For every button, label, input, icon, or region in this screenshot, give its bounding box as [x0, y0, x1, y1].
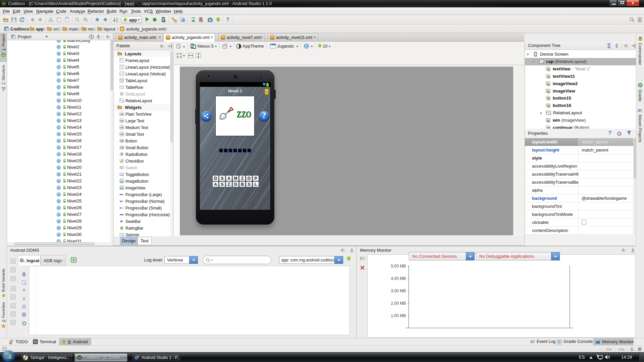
svg-text:Ab: Ab	[120, 119, 124, 122]
svg-text:C: C	[58, 139, 60, 143]
svg-text:C: C	[58, 113, 60, 116]
svg-text:C: C	[58, 193, 60, 196]
svg-text:C: C	[58, 146, 60, 149]
svg-text:C: C	[58, 206, 60, 210]
svg-text:C: C	[58, 180, 60, 183]
svg-text:!: !	[548, 121, 549, 123]
svg-text:C: C	[58, 160, 60, 163]
svg-text:C: C	[58, 119, 60, 123]
svg-text:!: !	[548, 106, 549, 108]
svg-text:C: C	[58, 59, 60, 62]
svg-text:C: C	[58, 166, 60, 170]
svg-text:<>: <>	[271, 37, 274, 40]
svg-text:C: C	[58, 93, 60, 96]
svg-text:C: C	[58, 79, 60, 82]
svg-text:C: C	[58, 153, 60, 156]
svg-text:Ab: Ab	[120, 126, 124, 129]
svg-text:C: C	[58, 220, 60, 223]
svg-text:C: C	[58, 133, 60, 136]
svg-text:C: C	[58, 213, 60, 217]
svg-text:C: C	[58, 106, 60, 109]
svg-text:!: !	[548, 77, 549, 79]
svg-text:Ab: Ab	[120, 113, 124, 116]
svg-text:C: C	[58, 173, 60, 176]
svg-text:?: ?	[226, 17, 229, 22]
svg-text:C: C	[58, 72, 60, 76]
svg-text:Ab: Ab	[120, 133, 124, 136]
svg-text:<>: <>	[222, 37, 224, 40]
svg-text:C: C	[58, 46, 60, 49]
svg-text:!: !	[548, 69, 549, 71]
svg-text:<>: <>	[119, 37, 122, 40]
svg-text:C: C	[58, 126, 60, 129]
svg-text:C: C	[58, 227, 60, 230]
svg-text:OK: OK	[120, 146, 124, 149]
svg-text:!: !	[548, 99, 549, 101]
svg-text:C: C	[58, 200, 60, 203]
svg-text:C: C	[58, 99, 60, 103]
svg-text:C: C	[58, 66, 60, 69]
svg-text:OK: OK	[120, 140, 124, 142]
svg-text:C: C	[58, 86, 60, 89]
svg-text:<>: <>	[167, 37, 169, 40]
svg-text:ZZO: ZZO	[237, 110, 251, 119]
svg-text:C: C	[58, 186, 60, 190]
svg-text:C: C	[58, 233, 60, 237]
svg-text:R: R	[85, 18, 86, 20]
svg-text:<>: <>	[121, 27, 124, 31]
svg-text:C: C	[58, 52, 60, 56]
svg-text:!: !	[548, 92, 549, 94]
svg-text:!: !	[548, 84, 549, 86]
svg-text:01: 01	[116, 20, 118, 22]
